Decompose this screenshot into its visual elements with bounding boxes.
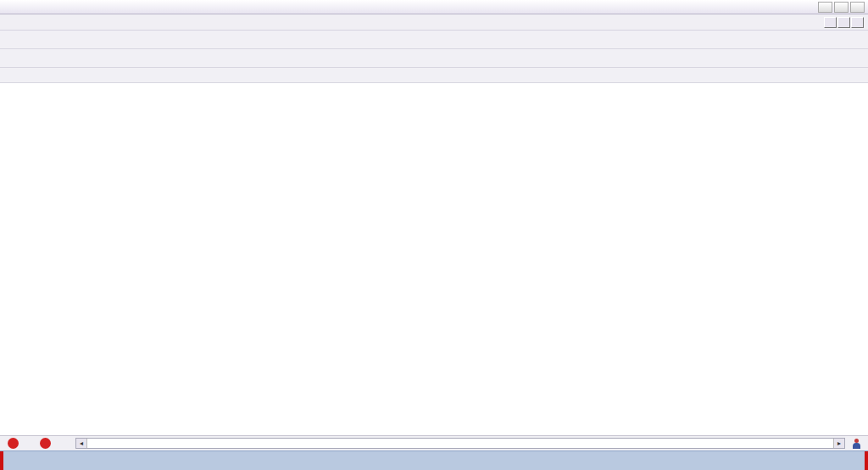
restore-button[interactable] [834,2,849,13]
quote-left-stripe [0,451,3,470]
user-icon [853,439,860,449]
main-chart [0,83,868,435]
shenzhen-index-quote[interactable] [55,439,68,449]
window-controls [818,2,865,13]
scroll-right-icon[interactable]: ▸ [833,439,844,448]
shanghai-index-quote[interactable] [23,439,36,449]
icon-toolbar [0,49,868,68]
horizontal-scrollbar[interactable]: ◂ ▸ [75,438,845,449]
close-button[interactable] [850,2,865,13]
shanghai-index-icon [8,438,19,449]
shenzhen-index-icon [40,438,51,449]
mdi-restore-button[interactable] [837,17,850,28]
mdi-minimize-button[interactable] [824,17,837,28]
minimize-button[interactable] [818,2,832,13]
gann-quote-bar [0,450,868,470]
chart-area [0,83,868,435]
mdi-close-button[interactable] [851,17,864,28]
status-bar: ◂ ▸ [0,435,868,450]
scroll-left-icon[interactable]: ◂ [76,439,87,448]
title-bar [0,0,868,14]
main-toolbar [0,31,868,49]
drawing-toolbar [0,68,868,83]
quote-right-stripe [865,451,868,470]
mdi-window-controls [824,17,866,28]
menu-bar [0,14,868,31]
